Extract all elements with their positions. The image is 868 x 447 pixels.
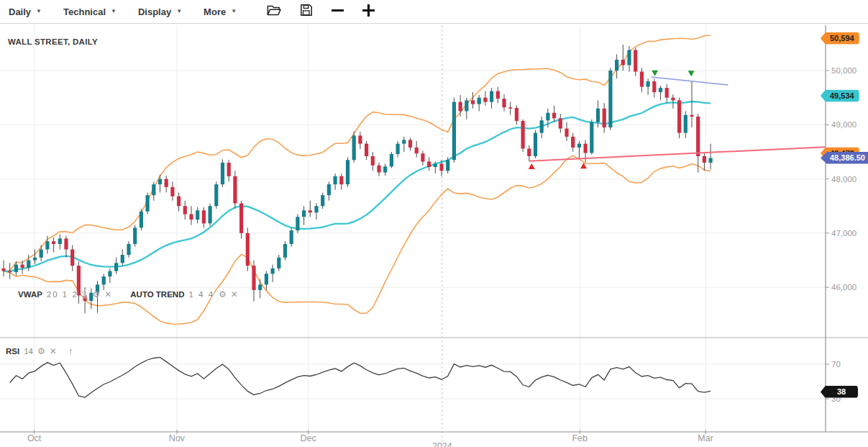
close-icon[interactable]: ✕ [50, 346, 57, 356]
zoom-in-button[interactable] [362, 4, 375, 19]
rsi-params: 14 [24, 347, 33, 356]
chevron-down-icon: ▼ [176, 9, 182, 14]
svg-text:Nov: Nov [169, 433, 186, 443]
svg-text:Dec: Dec [301, 433, 316, 443]
auto-trend-params: 1 4 4 [188, 290, 214, 299]
save-chart-button[interactable] [300, 4, 313, 19]
more-dropdown[interactable]: More ▼ [204, 6, 237, 17]
svg-text:47,000: 47,000 [831, 229, 856, 238]
chevron-down-icon: ▼ [36, 9, 42, 14]
close-icon[interactable]: ✕ [104, 289, 111, 299]
vwap-indicator-legend: VWAP 20 1 2 3 ⚙ ✕ AUTO TREND 1 4 4 ⚙ ✕ [18, 289, 238, 299]
move-pane-up-icon[interactable]: ↑ [68, 346, 73, 357]
auto-trend-label: AUTO TREND [130, 290, 184, 299]
display-dropdown-label: Display [138, 6, 171, 17]
zoom-out-button[interactable] [332, 4, 344, 19]
svg-text:49,000: 49,000 [831, 120, 856, 129]
timeframe-dropdown[interactable]: Daily ▼ [9, 6, 42, 17]
save-icon [300, 4, 313, 19]
chart-canvas[interactable]: 50,00049,00048,00047,00046,0007030OctNov… [0, 24, 868, 447]
svg-text:Feb: Feb [572, 433, 588, 443]
vwap-params: 20 1 2 3 [47, 290, 88, 299]
instrument-title: WALL STREET, DAILY [8, 37, 98, 46]
vwap-label: VWAP [18, 290, 42, 299]
chevron-down-icon: ▼ [111, 9, 117, 14]
technical-dropdown-label: Technical [63, 6, 106, 17]
gear-icon[interactable]: ⚙ [37, 346, 45, 356]
open-folder-icon [267, 4, 281, 19]
gear-icon[interactable]: ⚙ [92, 289, 100, 299]
svg-text:50,000: 50,000 [831, 66, 856, 75]
timeframe-dropdown-label: Daily [9, 6, 31, 17]
svg-text:46,000: 46,000 [831, 283, 856, 292]
display-dropdown[interactable]: Display ▼ [138, 6, 182, 17]
rsi-indicator-legend: RSI 14 ⚙ ✕ ↑ [6, 346, 73, 357]
close-icon[interactable]: ✕ [231, 289, 238, 299]
minus-icon [332, 4, 344, 19]
chevron-down-icon: ▼ [231, 9, 237, 14]
gear-icon[interactable]: ⚙ [219, 289, 227, 299]
svg-text:Oct: Oct [27, 433, 42, 443]
plus-icon [362, 4, 375, 19]
open-chart-button[interactable] [267, 4, 281, 19]
svg-text:70: 70 [831, 360, 841, 369]
svg-text:30: 30 [831, 394, 841, 403]
more-dropdown-label: More [204, 6, 226, 17]
svg-text:Mar: Mar [698, 433, 713, 443]
svg-text:2024: 2024 [432, 441, 452, 447]
technical-dropdown[interactable]: Technical ▼ [63, 6, 117, 17]
chart-toolbar: Daily ▼ Technical ▼ Display ▼ More ▼ [0, 0, 868, 24]
rsi-label: RSI [6, 347, 19, 356]
svg-text:48,000: 48,000 [831, 175, 856, 184]
